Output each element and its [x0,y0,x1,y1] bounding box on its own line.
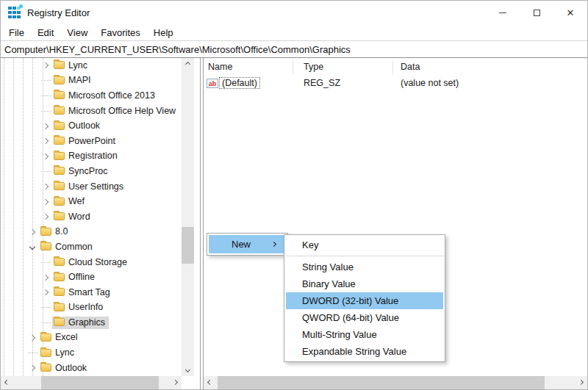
menu-item-multi-string-value[interactable]: Multi-String Value [286,326,443,343]
menu-item-dword-32-bit-value[interactable]: DWORD (32-bit) Value [286,292,443,309]
tree-item-label: Cloud Storage [68,257,127,267]
maximize-button[interactable] [520,1,553,24]
scroll-right-button[interactable] [575,376,587,389]
tree-item-lync[interactable]: Lync [1,58,181,73]
tree-item-microsoft-office-help-view[interactable]: Microsoft Office Help View [1,104,181,119]
close-icon: ✕ [567,8,575,18]
chevron-right-icon[interactable] [29,229,35,235]
folder-icon [40,242,51,250]
tree-item-outlook[interactable]: Outlook [1,118,181,134]
chevron-right-icon[interactable] [29,335,35,341]
column-separator[interactable] [392,61,393,74]
tree-item-smart-tag[interactable]: Smart Tag [1,285,181,300]
chevron-down-icon [185,367,190,372]
chevron-right-icon[interactable] [43,214,49,220]
chevron-right-icon[interactable] [43,184,49,189]
scroll-left-button[interactable] [204,376,216,389]
title-bar[interactable]: Registry Editor ✕ [1,1,587,24]
tree-view[interactable]: LyncMAPIMicrosoft Office 2013Microsoft O… [1,58,181,376]
menu-item-new[interactable]: New [209,235,286,253]
tree-item-syncproc[interactable]: SyncProc [1,164,181,179]
tree-connector-line [41,171,51,172]
tree-item-graphics[interactable]: Graphics [1,315,181,331]
folder-icon [54,137,65,145]
tree-item-cloud-storage[interactable]: Cloud Storage [1,255,181,270]
tree-item-label: Excel [55,332,78,342]
folder-icon [54,152,65,160]
menu-view[interactable]: View [60,26,94,40]
column-header-data[interactable]: Data [401,62,420,72]
folder-icon [54,273,65,281]
tree-item-common[interactable]: Common [1,239,181,255]
chevron-right-icon[interactable] [43,138,49,144]
menu-item-key[interactable]: Key [286,236,443,253]
tree-item-powerpoint[interactable]: PowerPoint [1,134,181,149]
tree-item-label: Wef [68,196,85,206]
tree-item-label: PowerPoint [68,136,115,146]
menu-item-binary-value[interactable]: Binary Value [286,275,443,292]
tree-item-lync[interactable]: Lync [1,345,181,361]
registry-path: Computer\HKEY_CURRENT_USER\Software\Micr… [4,44,351,55]
horizontal-scrollbar-thumb[interactable] [41,376,159,389]
tree-item-mapi[interactable]: MAPI [1,73,181,89]
scroll-right-button[interactable] [169,376,182,389]
chevron-right-icon[interactable] [43,123,49,129]
scroll-up-button[interactable] [182,58,194,71]
tree-item-8-0[interactable]: 8.0 [1,225,181,240]
list-horizontal-scrollbar[interactable] [204,376,587,389]
folder-icon [40,228,51,236]
value-name: (Default) [220,78,259,88]
tree-item-registration[interactable]: Registration [1,149,181,165]
value-type: REG_SZ [304,78,340,88]
folder-icon [40,333,51,342]
menu-help[interactable]: Help [147,26,180,40]
chevron-right-icon [173,380,178,385]
folder-icon [54,258,65,266]
close-button[interactable]: ✕ [553,1,587,24]
tree-item-user-settings[interactable]: User Settings [1,179,181,195]
chevron-right-icon[interactable] [29,365,35,371]
menu-item-string-value[interactable]: String Value [286,259,443,275]
scroll-left-button[interactable] [1,376,13,389]
address-bar[interactable]: Computer\HKEY_CURRENT_USER\Software\Micr… [1,40,587,58]
chevron-down-icon[interactable] [29,244,35,250]
tree-vertical-scrollbar[interactable] [182,58,194,376]
chevron-right-icon[interactable] [43,154,49,159]
tree-item-userinfo[interactable]: UserInfo [1,300,181,316]
scroll-down-button[interactable] [182,364,194,376]
tree-item-wef[interactable]: Wef [1,194,181,209]
vertical-scrollbar-thumb[interactable] [182,227,194,264]
menu-favorites[interactable]: Favorites [94,26,146,40]
chevron-right-icon[interactable] [43,198,49,204]
chevron-right-icon[interactable] [43,62,49,68]
menu-edit[interactable]: Edit [31,26,60,40]
tree-item-label: User Settings [68,181,123,192]
key-tree-pane[interactable]: LyncMAPIMicrosoft Office 2013Microsoft O… [1,58,201,389]
tree-item-word[interactable]: Word [1,209,181,225]
column-header-name[interactable]: Name [208,62,232,72]
tree-item-excel[interactable]: Excel [1,331,181,346]
column-separator[interactable] [293,61,293,74]
tree-item-outlook[interactable]: Outlook [1,361,181,376]
tree-item-label: Outlook [55,363,87,373]
folder-icon [54,106,65,115]
folder-icon [54,76,65,84]
tree-item-label: Microsoft Office Help View [68,106,176,116]
menu-item-qword-64-bit-value[interactable]: QWORD (64-bit) Value [286,309,443,326]
tree-item-label: Lync [68,60,87,71]
minimize-button[interactable] [486,1,520,24]
menu-item-expandable-string-value[interactable]: Expandable String Value [286,343,443,360]
column-header-type[interactable]: Type [304,62,323,72]
menu-file[interactable]: File [2,26,31,40]
tree-item-label: MAPI [68,75,91,85]
horizontal-scrollbar-thumb[interactable] [218,376,545,389]
registry-value-row[interactable]: ab(Default)REG_SZ(value not set) [204,76,587,91]
menu-bar: FileEditViewFavoritesHelp [1,24,587,40]
tree-item-label: SyncProc [68,166,108,176]
tree-item-microsoft-office-2013[interactable]: Microsoft Office 2013 [1,88,181,104]
chevron-right-icon[interactable] [43,289,49,295]
tree-horizontal-scrollbar[interactable] [1,376,182,389]
tree-item-offline[interactable]: Offline [1,270,181,285]
chevron-right-icon[interactable] [43,274,49,280]
folder-icon [40,349,51,357]
